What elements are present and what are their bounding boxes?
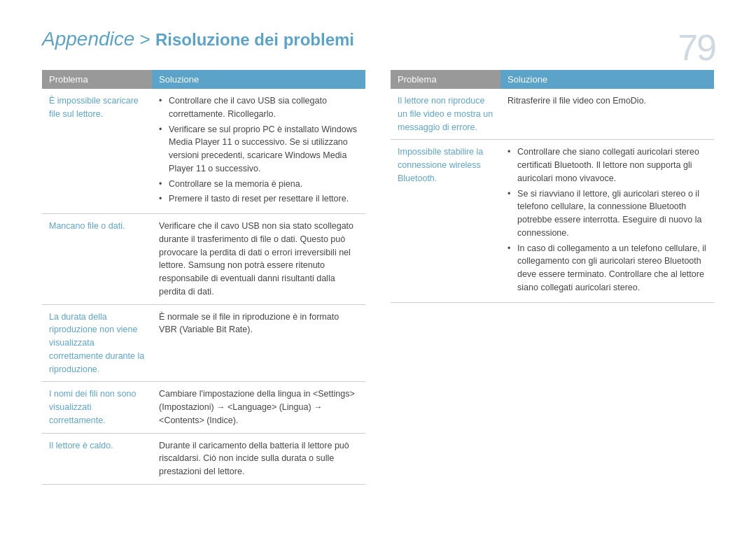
table-row: Il lettore è caldo. Durante il caricamen… (42, 433, 365, 484)
page-container: 79 Appendice > Risoluzione dei problemi … (0, 0, 756, 533)
problem-cell: Il lettore non riproduce un file video e… (391, 89, 500, 140)
right-header-problem: Problema (391, 70, 500, 89)
list-item: In caso di collegamento a un telefono ce… (507, 242, 707, 294)
title-separator: > (134, 29, 155, 50)
solution-cell: Cambiare l'impostazione della lingua in … (152, 382, 365, 433)
left-header-solution: Soluzione (152, 70, 365, 89)
table-row: Il lettore non riproduce un file video e… (391, 89, 714, 140)
list-item: Verificare se sul proprio PC è installat… (159, 123, 358, 176)
right-table-section: Problema Soluzione Il lettore non riprod… (391, 70, 714, 485)
right-table: Problema Soluzione Il lettore non riprod… (391, 70, 714, 303)
solution-cell: Controllare che il cavo USB sia collegat… (152, 89, 365, 214)
page-title: Appendice > Risoluzione dei problemi (42, 28, 714, 50)
content-area: Problema Soluzione È impossibile scarica… (42, 70, 714, 485)
problem-cell: È impossibile scaricare file sul lettore… (42, 89, 152, 214)
left-table-section: Problema Soluzione È impossibile scarica… (42, 70, 365, 485)
left-table: Problema Soluzione È impossibile scarica… (42, 70, 365, 485)
list-item: Controllare se la memoria è piena. (159, 178, 358, 191)
problem-cell: Impossibile stabilire la connessione wir… (391, 140, 500, 302)
problem-cell: Il lettore è caldo. (42, 433, 152, 484)
title-subtitle: Risoluzione dei problemi (155, 30, 354, 49)
left-header-problem: Problema (42, 70, 152, 89)
table-row: È impossibile scaricare file sul lettore… (42, 89, 365, 214)
title-prefix: Appendice (42, 28, 134, 50)
solution-cell: È normale se il file in riproduzione è i… (152, 304, 365, 382)
list-item: Se si riavviano il lettore, gli auricola… (507, 187, 707, 240)
problem-cell: I nomi dei fili non sono visualizzati co… (42, 382, 152, 433)
solution-cell: Controllare che siano collegati auricola… (500, 140, 714, 302)
page-number: 79 (678, 27, 715, 69)
table-row: Impossibile stabilire la connessione wir… (391, 140, 714, 302)
problem-cell: Mancano file o dati. (42, 214, 152, 305)
list-item: Premere il tasto di reset per resettare … (159, 192, 358, 206)
list-item: Controllare che siano collegati auricola… (507, 145, 707, 185)
table-row: La durata della riproduzione non viene v… (42, 304, 365, 382)
solution-cell: Ritrasferire il file video con EmoDio. (500, 89, 714, 140)
table-row: Mancano file o dati. Verificare che il c… (42, 214, 365, 305)
list-item: Controllare che il cavo USB sia collegat… (159, 94, 358, 121)
solution-cell: Durante il caricamento della batteria il… (152, 433, 365, 484)
problem-cell: La durata della riproduzione non viene v… (42, 304, 152, 382)
solution-cell: Verificare che il cavo USB non sia stato… (152, 214, 365, 305)
right-header-solution: Soluzione (500, 70, 714, 89)
table-row: I nomi dei fili non sono visualizzati co… (42, 382, 365, 433)
